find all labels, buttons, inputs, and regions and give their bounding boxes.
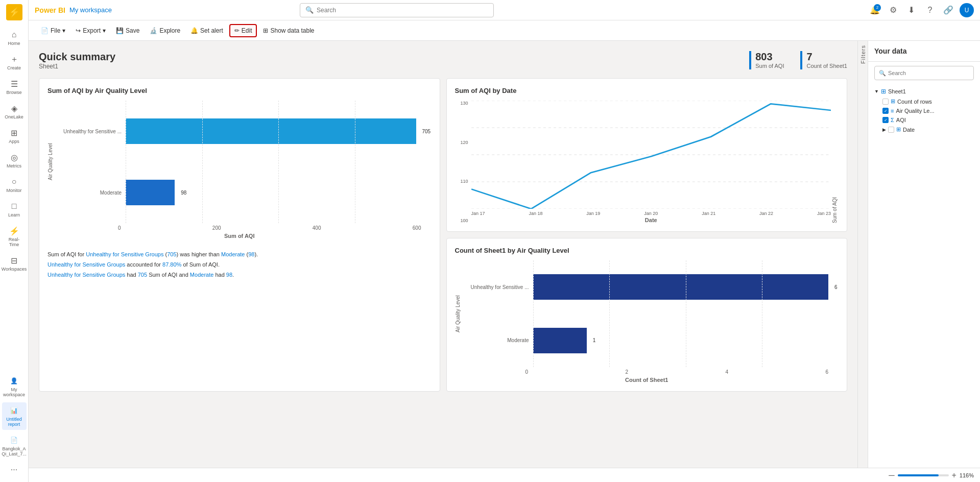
- tree-item-aqi[interactable]: ✓ Σ AQI: [874, 115, 974, 125]
- alert-icon: 🔔: [190, 27, 198, 34]
- count-rows-label: Count of rows: [897, 99, 932, 105]
- chart1-x-label: Sum of AQI: [47, 233, 432, 239]
- bar-row-1: Unhealthy for Sensitive ... 705: [55, 118, 432, 144]
- sidebar-item-browse[interactable]: ☰ Browse: [2, 76, 27, 98]
- sidebar-item-monitor[interactable]: ○ Monitor: [2, 174, 27, 196]
- metric-aqi: 803 Sum of AQI: [749, 51, 784, 69]
- sidebar-item-bangkok[interactable]: 📄 Bangkok_AQi_Last_7...: [2, 432, 27, 460]
- x-date-1: Jan 17: [471, 211, 485, 216]
- your-data-title: Your data: [868, 41, 980, 62]
- sidebar-item-realtime[interactable]: ⚡ Real-Time: [2, 223, 27, 250]
- highlight-7: Unhealthy for Sensitive Groups: [47, 272, 125, 278]
- y-tick-100: 100: [460, 218, 468, 223]
- bar-fill-2: [126, 180, 175, 205]
- download-button[interactable]: ⬇: [904, 3, 919, 17]
- right-charts-column: Sum of AQI by Date 130 120 110 100: [446, 78, 848, 392]
- set-alert-button[interactable]: 🔔 Set alert: [186, 25, 227, 36]
- zoom-controls: ─ + 116%: [889, 471, 974, 480]
- left-sidebar: ⚡ ⌂ Home ＋ Create ☰ Browse ◈ OneLake ⊞ A…: [0, 0, 29, 482]
- cx-tick-6: 6: [825, 369, 828, 375]
- sidebar-item-untitled[interactable]: 📊 Untitledreport: [2, 402, 27, 430]
- global-search-bar[interactable]: 🔍: [300, 3, 494, 17]
- filters-label[interactable]: Filters: [860, 41, 866, 68]
- bottom-bar: ─ + 116%: [29, 468, 980, 482]
- explore-button[interactable]: 🔬 Explore: [146, 25, 184, 36]
- settings-button[interactable]: ⚙: [886, 3, 900, 17]
- sidebar-item-apps[interactable]: ⊞ Apps: [2, 125, 27, 147]
- x-date-2: Jan 18: [529, 211, 542, 216]
- zoom-minus-button[interactable]: ─: [889, 471, 894, 480]
- more-icon: ···: [9, 465, 19, 475]
- highlight-10: 98: [226, 272, 232, 278]
- chart2-title: Sum of AQI by Date: [455, 87, 839, 94]
- data-search-input[interactable]: [888, 70, 969, 76]
- user-avatar[interactable]: U: [960, 3, 974, 17]
- sidebar-item-untitled-label: Untitledreport: [6, 417, 22, 427]
- tree-root[interactable]: ▼ ⊞ Sheet1: [874, 86, 974, 97]
- x-tick-600: 600: [413, 225, 421, 231]
- chart3-title: Count of Sheet1 by Air Quality Level: [455, 247, 839, 254]
- metric-aqi-label: Sum of AQI: [755, 63, 784, 69]
- workspace-link[interactable]: My workspace: [69, 6, 112, 14]
- right-panel: Filters Your data 🔍 ▼ ⊞ Sheet1: [857, 41, 980, 468]
- notifications-button[interactable]: 🔔 2: [868, 3, 882, 17]
- x-tick-400: 400: [313, 225, 321, 231]
- chart1-x-axis: 0 200 400 600 Sum of AQI: [47, 223, 432, 239]
- y-tick-110: 110: [460, 179, 468, 184]
- checkbox-air-quality[interactable]: ✓: [882, 108, 889, 114]
- tree-item-count-rows[interactable]: ⊞ Count of rows: [874, 97, 974, 106]
- save-button[interactable]: 💾 Save: [112, 25, 144, 36]
- search-input[interactable]: [317, 7, 488, 14]
- y-tick-120: 120: [460, 140, 468, 145]
- zoom-plus-button[interactable]: +: [952, 471, 957, 480]
- data-search-bar[interactable]: 🔍: [874, 66, 974, 80]
- metric-count-value: 7: [806, 51, 847, 63]
- notification-badge: 2: [874, 4, 881, 11]
- summary-header: Quick summary Sheet1 803 Sum of AQI: [39, 51, 847, 70]
- file-button[interactable]: 📄 File ▾: [37, 25, 69, 36]
- table-icon: ⊞: [881, 88, 886, 95]
- help-button[interactable]: ?: [923, 3, 937, 17]
- chart3-x-axis: 0 2 4 6 Count of Sheet1: [455, 367, 839, 383]
- export-icon: ↪: [76, 27, 81, 34]
- search-icon: 🔍: [305, 6, 314, 14]
- sidebar-item-create[interactable]: ＋ Create: [2, 51, 27, 74]
- apps-icon: ⊞: [9, 128, 19, 138]
- edit-button[interactable]: ✏ Edit: [229, 24, 257, 37]
- chart2-x-ticks: Jan 17 Jan 18 Jan 19 Jan 20 Jan 21 Jan 2…: [471, 211, 831, 216]
- metric-aqi-bar: [749, 51, 751, 69]
- home-icon: ⌂: [9, 30, 19, 40]
- sidebar-item-more[interactable]: ···: [2, 462, 27, 478]
- bar-chart-3: Air Quality Level Unhe: [455, 260, 839, 367]
- highlight-9: Moderate: [190, 272, 213, 278]
- checkbox-count-rows[interactable]: [882, 99, 889, 105]
- chart3-container: Air Quality Level Unhe: [455, 260, 839, 383]
- checkbox-aqi[interactable]: ✓: [882, 117, 889, 123]
- checkbox-date[interactable]: [888, 127, 894, 133]
- sidebar-item-metrics[interactable]: ◎ Metrics: [2, 149, 27, 172]
- bar-fill-1: [126, 118, 416, 144]
- share-button[interactable]: 🔗: [941, 3, 955, 17]
- highlight-8: 705: [138, 272, 147, 278]
- tree-item-date[interactable]: ▶ ⊞ Date: [874, 125, 974, 134]
- sidebar-item-apps-label: Apps: [9, 139, 19, 144]
- bar-value-1: 705: [422, 129, 431, 134]
- sidebar-item-learn[interactable]: □ Learn: [2, 198, 27, 221]
- tree-expand-icon: ▼: [874, 89, 879, 94]
- show-data-table-button[interactable]: ⊞ Show data table: [259, 25, 318, 36]
- highlight-5: Unhealthy for Sensitive Groups: [47, 261, 125, 268]
- sidebar-item-myworkspace[interactable]: 👤 My workspace: [2, 373, 27, 400]
- tree-item-air-quality[interactable]: ✓ ≡ Air Quality Le...: [874, 106, 974, 115]
- sidebar-item-home[interactable]: ⌂ Home: [2, 27, 27, 49]
- filters-sidebar: Filters: [858, 41, 868, 468]
- save-icon: 💾: [116, 27, 124, 34]
- metric-aqi-info: 803 Sum of AQI: [755, 51, 784, 69]
- sidebar-item-workspaces[interactable]: ⊟ Workspaces: [2, 252, 27, 275]
- line-chart-polyline: [471, 104, 831, 209]
- export-button[interactable]: ↪ Export ▾: [71, 25, 110, 36]
- sigma-icon: Σ: [891, 117, 894, 123]
- sidebar-item-onelake[interactable]: ◈ OneLake: [2, 100, 27, 123]
- zoom-slider[interactable]: [898, 474, 949, 476]
- cx-tick-0: 0: [525, 369, 529, 375]
- metric-count: 7 Count of Sheet1: [800, 51, 847, 69]
